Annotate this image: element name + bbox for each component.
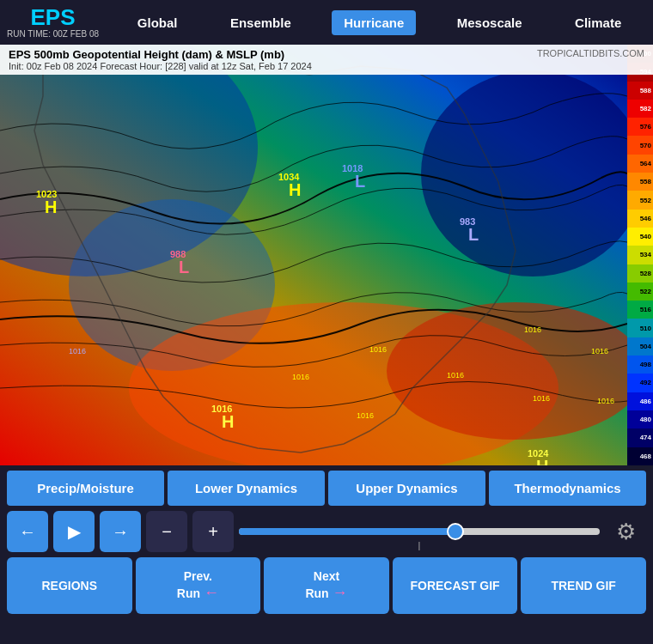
logo-box: EPS RUN TIME: 00Z FEB 08 bbox=[7, 6, 99, 39]
scale-value-582: 582 bbox=[627, 100, 653, 118]
scale-value-576: 576 bbox=[627, 118, 653, 136]
nav-item-hurricane[interactable]: Hurricane bbox=[332, 10, 416, 35]
play-button[interactable]: ▶ bbox=[53, 511, 95, 552]
svg-text:1016: 1016 bbox=[292, 373, 309, 381]
regions-button[interactable]: REGIONS bbox=[7, 557, 132, 614]
svg-text:H: H bbox=[222, 412, 234, 431]
playback-row: ← ▶ → − + | ⚙ bbox=[7, 511, 646, 552]
timeline-slider[interactable]: | bbox=[239, 511, 600, 552]
slider-fill bbox=[239, 528, 455, 535]
scale-value-558: 558 bbox=[627, 173, 653, 191]
scale-value-540: 540 bbox=[627, 228, 653, 246]
nav-item-climate[interactable]: Climate bbox=[563, 10, 633, 35]
run-time: RUN TIME: 00Z FEB 08 bbox=[7, 29, 99, 39]
scale-value-570: 570 bbox=[627, 136, 653, 154]
scale-value-546: 546 bbox=[627, 210, 653, 228]
scale-value-468: 468 bbox=[627, 447, 653, 465]
tab-precip-moisture[interactable]: Precip/Moisture bbox=[7, 471, 164, 506]
svg-text:H: H bbox=[45, 197, 57, 216]
tab-thermodynamics[interactable]: Thermodynamics bbox=[489, 471, 646, 506]
map-subtitle: Init: 00z Feb 08 2024 Forecast Hour: [22… bbox=[9, 61, 644, 71]
category-tabs: Precip/Moisture Lower Dynamics Upper Dyn… bbox=[7, 471, 646, 506]
svg-text:L: L bbox=[468, 225, 479, 244]
scale-value-522: 522 bbox=[627, 283, 653, 301]
settings-button[interactable]: ⚙ bbox=[605, 511, 646, 552]
nav-item-mesoscale[interactable]: Mesoscale bbox=[445, 10, 534, 35]
trend-gif-button[interactable]: TREND GIF bbox=[521, 557, 646, 614]
svg-text:1016: 1016 bbox=[357, 411, 374, 420]
svg-text:L: L bbox=[179, 258, 189, 276]
map-container: EPS 500mb Geopotential Height (dam) & MS… bbox=[0, 45, 653, 465]
back-button[interactable]: ← bbox=[7, 511, 48, 552]
scale-value-534: 534 bbox=[627, 246, 653, 264]
scale-value-486: 486 bbox=[627, 392, 653, 410]
scale-value-492: 492 bbox=[627, 374, 653, 392]
prev-run-button[interactable]: Prev.Run ← bbox=[136, 557, 261, 614]
main-nav: GlobalEnsembleHurricaneMesoscaleClimate bbox=[113, 10, 646, 35]
forecast-gif-button[interactable]: FORECAST GIF bbox=[393, 557, 518, 614]
scale-value-498: 498 bbox=[627, 355, 653, 374]
svg-text:1016: 1016 bbox=[69, 347, 86, 355]
svg-text:1016: 1016 bbox=[524, 325, 541, 334]
svg-text:1016: 1016 bbox=[533, 394, 550, 403]
svg-text:1016: 1016 bbox=[369, 345, 387, 354]
scale-value-480: 480 bbox=[627, 410, 653, 428]
action-row: REGIONS Prev.Run ← NextRun → FORECAST GI… bbox=[7, 557, 646, 614]
color-scale-bar: 6005945885825765705645585525465405345285… bbox=[627, 45, 653, 465]
next-run-button[interactable]: NextRun → bbox=[264, 557, 389, 614]
svg-text:1016: 1016 bbox=[447, 371, 464, 380]
controls-panel: Precip/Moisture Lower Dynamics Upper Dyn… bbox=[0, 465, 653, 614]
weather-map-svg: 1023 H 988 L 1034 H 1018 L 1016 H 983 L … bbox=[0, 45, 627, 465]
app-header: EPS RUN TIME: 00Z FEB 08 GlobalEnsembleH… bbox=[0, 0, 653, 45]
minus-button[interactable]: − bbox=[146, 511, 187, 552]
scale-value-504: 504 bbox=[627, 337, 653, 355]
forward-button[interactable]: → bbox=[100, 511, 141, 552]
slider-track bbox=[239, 528, 600, 535]
scale-value-552: 552 bbox=[627, 191, 653, 209]
scale-value-510: 510 bbox=[627, 319, 653, 337]
svg-text:1016: 1016 bbox=[597, 397, 614, 405]
svg-text:1016: 1016 bbox=[591, 347, 608, 355]
scale-value-528: 528 bbox=[627, 264, 653, 283]
plus-button[interactable]: + bbox=[192, 511, 234, 552]
nav-item-ensemble[interactable]: Ensemble bbox=[218, 10, 303, 35]
prev-arrow: ← bbox=[204, 584, 219, 601]
scale-value-516: 516 bbox=[627, 301, 653, 319]
scale-value-564: 564 bbox=[627, 155, 653, 173]
next-arrow: → bbox=[333, 584, 348, 601]
tab-lower-dynamics[interactable]: Lower Dynamics bbox=[168, 471, 325, 506]
tab-upper-dynamics[interactable]: Upper Dynamics bbox=[328, 471, 485, 506]
watermark: TROPICALTIDBITS.COM bbox=[537, 48, 644, 58]
nav-item-global[interactable]: Global bbox=[125, 10, 190, 35]
svg-text:H: H bbox=[289, 180, 301, 199]
svg-text:L: L bbox=[355, 172, 365, 191]
scale-value-474: 474 bbox=[627, 428, 653, 447]
slider-thumb[interactable] bbox=[447, 523, 464, 540]
scale-value-588: 588 bbox=[627, 82, 653, 100]
svg-text:H: H bbox=[536, 457, 548, 465]
slider-tick: | bbox=[418, 540, 421, 550]
logo-text: EPS bbox=[31, 6, 76, 28]
